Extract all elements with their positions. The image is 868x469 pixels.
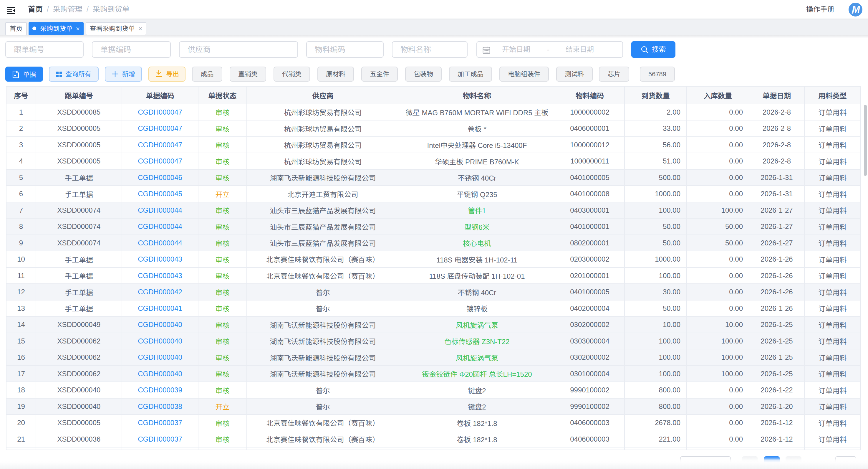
svg-text:M: M [852,4,860,15]
